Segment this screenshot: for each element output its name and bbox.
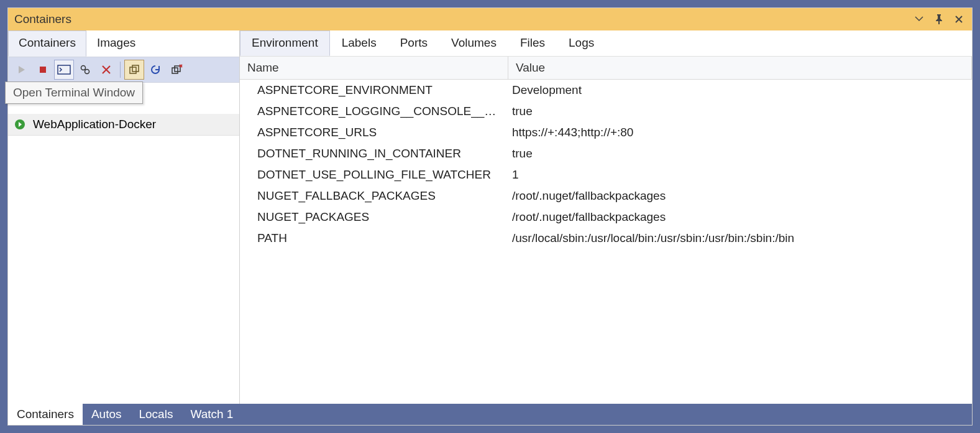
attach-debugger-button[interactable] bbox=[75, 60, 95, 80]
tooltip: Open Terminal Window bbox=[5, 81, 143, 104]
environment-grid: Name Value ASPNETCORE_ENVIRONMENTDevelop… bbox=[240, 57, 972, 404]
svg-rect-1 bbox=[58, 65, 70, 74]
bottom-tabs: Containers Autos Locals Watch 1 bbox=[8, 404, 972, 425]
env-var-name: NUGET_PACKAGES bbox=[240, 209, 508, 225]
start-button[interactable] bbox=[12, 60, 32, 80]
tab-volumes[interactable]: Volumes bbox=[439, 30, 508, 56]
tab-labels[interactable]: Labels bbox=[330, 30, 388, 56]
detail-tabs: Environment Labels Ports Volumes Files L… bbox=[240, 30, 972, 57]
close-icon[interactable] bbox=[952, 12, 966, 26]
bottom-tab-autos[interactable]: Autos bbox=[83, 404, 131, 425]
terminal-button[interactable] bbox=[54, 60, 74, 80]
env-var-value: 1 bbox=[508, 167, 972, 183]
remove-button[interactable] bbox=[96, 60, 116, 80]
env-var-value: /root/.nuget/fallbackpackages bbox=[508, 209, 972, 225]
stop-button[interactable] bbox=[33, 60, 53, 80]
solution-containers-button[interactable] bbox=[124, 60, 144, 80]
tab-logs[interactable]: Logs bbox=[557, 30, 606, 56]
left-tabs: Containers Images bbox=[8, 30, 239, 57]
env-var-name: NUGET_FALLBACK_PACKAGES bbox=[240, 188, 508, 204]
table-row[interactable]: ASPNETCORE_LOGGING__CONSOLE__DISA...true bbox=[240, 101, 972, 122]
containers-panel: Containers Containers Images bbox=[7, 7, 973, 426]
title-bar: Containers bbox=[8, 8, 972, 30]
running-status-icon bbox=[14, 119, 25, 130]
env-var-value: Development bbox=[508, 82, 972, 98]
grid-header: Name Value bbox=[240, 57, 972, 80]
container-name: WebApplication-Docker bbox=[33, 118, 156, 131]
pin-icon[interactable] bbox=[932, 12, 946, 26]
table-row[interactable]: PATH/usr/local/sbin:/usr/local/bin:/usr/… bbox=[240, 228, 972, 249]
right-pane: Environment Labels Ports Volumes Files L… bbox=[240, 30, 972, 404]
bottom-tab-watch1[interactable]: Watch 1 bbox=[181, 404, 242, 425]
svg-point-3 bbox=[85, 70, 89, 74]
bottom-tab-locals[interactable]: Locals bbox=[130, 404, 181, 425]
tab-images[interactable]: Images bbox=[86, 30, 146, 57]
tab-containers[interactable]: Containers bbox=[8, 30, 86, 57]
bottom-tab-containers[interactable]: Containers bbox=[8, 404, 83, 425]
env-var-value: /root/.nuget/fallbackpackages bbox=[508, 188, 972, 204]
env-var-value: true bbox=[508, 103, 972, 119]
window-position-icon[interactable] bbox=[912, 12, 926, 26]
table-row[interactable]: NUGET_PACKAGES/root/.nuget/fallbackpacka… bbox=[240, 207, 972, 228]
env-var-value: https://+:443;http://+:80 bbox=[508, 124, 972, 141]
table-row[interactable]: ASPNETCORE_URLShttps://+:443;http://+:80 bbox=[240, 122, 972, 143]
tab-ports[interactable]: Ports bbox=[388, 30, 439, 56]
tab-files[interactable]: Files bbox=[508, 30, 557, 56]
env-var-value: /usr/local/sbin:/usr/local/bin:/usr/sbin… bbox=[508, 230, 972, 246]
env-var-name: ASPNETCORE_ENVIRONMENT bbox=[240, 82, 508, 98]
table-row[interactable]: DOTNET_USE_POLLING_FILE_WATCHER1 bbox=[240, 164, 972, 185]
env-var-name: DOTNET_USE_POLLING_FILE_WATCHER bbox=[240, 167, 508, 183]
svg-point-2 bbox=[81, 66, 86, 70]
toolbar bbox=[8, 57, 239, 83]
table-row[interactable]: DOTNET_RUNNING_IN_CONTAINERtrue bbox=[240, 143, 972, 164]
table-row[interactable]: NUGET_FALLBACK_PACKAGES/root/.nuget/fall… bbox=[240, 185, 972, 207]
panel-title: Containers bbox=[14, 12, 906, 26]
svg-rect-0 bbox=[40, 67, 46, 73]
svg-rect-4 bbox=[130, 67, 136, 73]
prune-button[interactable] bbox=[167, 60, 186, 80]
table-row[interactable]: ASPNETCORE_ENVIRONMENTDevelopment bbox=[240, 80, 972, 101]
container-item[interactable]: WebApplication-Docker bbox=[8, 114, 239, 136]
container-list: WebApplication-Docker bbox=[8, 83, 239, 404]
env-var-value: true bbox=[508, 146, 972, 162]
tab-environment[interactable]: Environment bbox=[240, 30, 330, 56]
left-pane: Containers Images bbox=[8, 30, 240, 404]
env-var-name: PATH bbox=[240, 230, 508, 246]
svg-rect-5 bbox=[132, 65, 139, 72]
column-value[interactable]: Value bbox=[508, 57, 972, 79]
toolbar-separator bbox=[120, 62, 121, 78]
refresh-button[interactable] bbox=[145, 60, 165, 80]
env-var-name: DOTNET_RUNNING_IN_CONTAINER bbox=[240, 146, 508, 162]
env-var-name: ASPNETCORE_LOGGING__CONSOLE__DISA... bbox=[240, 103, 508, 119]
column-name[interactable]: Name bbox=[240, 57, 508, 79]
env-var-name: ASPNETCORE_URLS bbox=[240, 124, 508, 141]
